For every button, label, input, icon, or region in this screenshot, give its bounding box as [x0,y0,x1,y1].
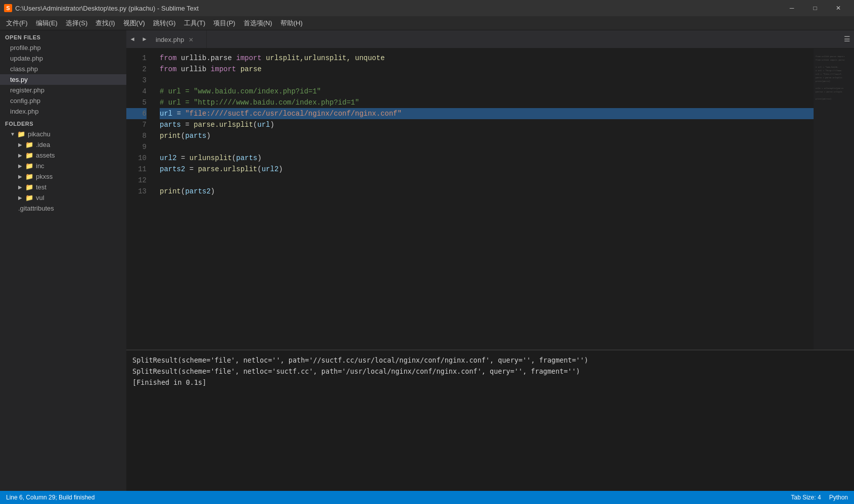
tab-next-button[interactable]: ▶ [138,30,151,48]
menu-item-n[interactable]: 首选项(N) [240,16,276,30]
line-number-2: 2 [126,64,147,75]
line-number-10: 10 [126,153,147,164]
status-bar: Line 6, Column 29; Build finished Tab Si… [0,491,854,504]
menu-item-f[interactable]: 文件(F) [2,16,32,30]
tab-prev-button[interactable]: ◀ [126,30,138,48]
line-number-1: 1 [126,53,147,64]
tab-bar: ◀ ▶ profile.php✕update.php✕class.php✕tes… [126,30,854,48]
menu-item-p[interactable]: 项目(P) [209,16,239,30]
status-left: Line 6, Column 29; Build finished [6,494,94,501]
line-number-7: 7 [126,119,147,130]
code-line-3 [160,75,814,86]
line-number-13: 13 [126,186,147,197]
minimize-button[interactable]: ─ [780,0,803,16]
sidebar-folder-root[interactable]: ▼📁pikachu [0,129,126,139]
tabs-container: profile.php✕update.php✕class.php✕tes.py✕… [151,30,207,48]
line-number-6: 6 [126,108,147,119]
terminal-line: [Finished in 0.1s] [132,377,848,388]
maximize-button[interactable]: □ [803,0,827,16]
menu-item-g[interactable]: 跳转(G) [149,16,180,30]
sidebar-file-updatephp[interactable]: update.php [0,53,126,64]
main-layout: OPEN FILES profile.phpupdate.phpclass.ph… [0,30,854,491]
terminal-output: SplitResult(scheme='file', netloc='', pa… [126,349,854,491]
line-number-9: 9 [126,141,147,153]
sidebar-folder-vul[interactable]: ▶📁vul [0,192,126,203]
sidebar-file-gitattributes[interactable]: .gitattributes [0,203,126,214]
menu-item-h[interactable]: 帮助(H) [276,16,307,30]
terminal-line: SplitResult(scheme='file', netloc='suctf… [132,366,848,377]
folders-title: FOLDERS [0,117,126,129]
tab-list-button[interactable]: ☰ [840,30,854,48]
status-language[interactable]: Python [829,494,848,501]
window-title: C:\Users\Administrator\Desktop\tes.py (p… [15,5,780,12]
sidebar-file-configphp[interactable]: config.php [0,95,126,106]
sidebar-file-registerphp[interactable]: register.php [0,85,126,95]
menu-item-i[interactable]: 查找(I) [91,16,119,30]
editor-area: ◀ ▶ profile.php✕update.php✕class.php✕tes… [126,30,854,491]
code-editor: 12345678910111213 from urllib.parse impo… [126,48,854,349]
folders-list: ▼📁pikachu▶📁.idea▶📁assets▶📁inc▶📁pkxss▶📁te… [0,129,126,214]
tab-indexphp[interactable]: index.php✕ [151,31,207,48]
sidebar-file-profilephp[interactable]: profile.php [0,42,126,53]
terminal-line: SplitResult(scheme='file', netloc='', pa… [132,355,848,366]
window-controls: ─ □ ✕ [780,0,850,16]
open-files-title: OPEN FILES [0,30,126,42]
code-line-8: print(parts) [160,130,814,141]
code-line-10: url2 = urlunsplit(parts) [160,153,814,164]
menu-item-t[interactable]: 工具(T) [180,16,210,30]
sidebar-file-tespy[interactable]: tes.py [0,74,126,85]
minimap: from urllib.parse import from urllib imp… [814,48,854,349]
line-number-3: 3 [126,75,147,86]
sidebar: OPEN FILES profile.phpupdate.phpclass.ph… [0,30,126,491]
sidebar-folder-test[interactable]: ▶📁test [0,182,126,192]
sidebar-folder-inc[interactable]: ▶📁inc [0,161,126,171]
line-number-4: 4 [126,86,147,97]
status-position[interactable]: Line 6, Column 29; Build finished [6,494,94,501]
close-button[interactable]: ✕ [827,0,850,16]
app-icon: S [4,4,12,12]
code-line-12 [160,175,814,186]
status-right: Tab Size: 4 Python [791,494,848,501]
tab-close-btn[interactable]: ✕ [187,36,195,44]
title-bar: S C:\Users\Administrator\Desktop\tes.py … [0,0,854,16]
line-number-12: 12 [126,175,147,186]
menu-bar: 文件(F)编辑(E)选择(S)查找(I)视图(V)跳转(G)工具(T)项目(P)… [0,16,854,30]
code-line-5: # url = "http:////www.baidu.com/index.ph… [160,97,814,108]
menu-item-v[interactable]: 视图(V) [119,16,149,30]
code-line-11: parts2 = parse.urlsplit(url2) [160,164,814,175]
code-line-9 [160,141,814,153]
code-line-2: from urllib import parse [160,64,814,75]
line-number-5: 5 [126,97,147,108]
line-number-11: 11 [126,164,147,175]
sidebar-folder-pkxss[interactable]: ▶📁pkxss [0,171,126,182]
menu-item-s[interactable]: 选择(S) [62,16,91,30]
status-tab-size[interactable]: Tab Size: 4 [791,494,821,501]
line-numbers: 12345678910111213 [126,48,152,349]
code-line-13: print(parts2) [160,186,814,197]
sidebar-folder-.idea[interactable]: ▶📁.idea [0,139,126,150]
menu-item-e[interactable]: 编辑(E) [32,16,62,30]
code-content[interactable]: from urllib.parse import urlsplit,urluns… [152,48,814,349]
code-line-7: parts = parse.urlsplit(url) [160,119,814,130]
sidebar-folder-assets[interactable]: ▶📁assets [0,150,126,161]
sidebar-file-classphp[interactable]: class.php [0,64,126,74]
code-line-1: from urllib.parse import urlsplit,urluns… [160,53,814,64]
line-number-8: 8 [126,130,147,141]
sidebar-file-indexphp[interactable]: index.php [0,106,126,117]
code-line-6: url = "file:////suctf.cc/usr/local/nginx… [160,108,814,119]
open-files-list: profile.phpupdate.phpclass.phptes.pyregi… [0,42,126,117]
code-line-4: # url = "www.baidu.com/index.php?id=1" [160,86,814,97]
